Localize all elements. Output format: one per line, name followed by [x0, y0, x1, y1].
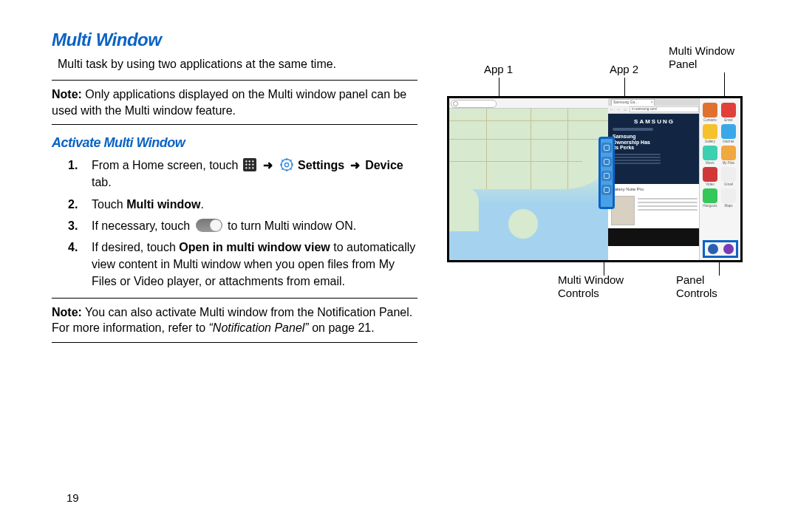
device-illustration: Samsung Ga…× ← → ⌂ m.samsung.com/ SAMSUN… [447, 96, 743, 262]
panel-controls [703, 240, 738, 258]
app-label: Internet [720, 140, 737, 143]
app-icon [703, 188, 717, 203]
app-icon [703, 103, 717, 117]
note-body: Only applications displayed on the Multi… [52, 88, 406, 117]
diagram-area: App 1 App 2 Multi WindowPanel Samsung Ga… [440, 30, 757, 347]
intro-text: Multi task by using two applications at … [58, 58, 417, 71]
app-icon [703, 146, 717, 160]
panel-app: Music [702, 146, 718, 165]
callout-app1: App 1 [484, 63, 513, 76]
app-icon [721, 167, 736, 182]
url-bar: m.samsung.com/ [630, 106, 699, 112]
panel-app: Video [702, 167, 718, 186]
mw-control-btn [601, 171, 612, 181]
callout-mw-panel: Multi WindowPanel [669, 44, 734, 71]
arrow-icon: ➜ [350, 159, 360, 171]
section-title: Multi Window [52, 30, 417, 50]
map-search [451, 100, 497, 108]
device-tab-label: Device [365, 159, 403, 171]
toggle-icon [196, 219, 222, 232]
mw-panel: ContactsEmailGalleryInternetMusicMy File… [699, 98, 740, 260]
back-icon: ← [610, 107, 614, 112]
close-icon: × [650, 100, 653, 105]
app-label: Maps [720, 204, 737, 208]
mw-control-btn [601, 143, 612, 153]
app-label: Contacts [702, 118, 718, 122]
app-label: Gallery [702, 140, 718, 143]
callout-app2: App 2 [610, 63, 638, 76]
note-label: Note: [52, 306, 82, 318]
app-label: Hangouts [702, 204, 718, 208]
panel-app: Gmail [720, 167, 737, 186]
callout-panel-controls: PanelControls [676, 273, 717, 300]
app-icon [721, 188, 736, 203]
note-block-1: Note: Only applications displayed on the… [52, 80, 417, 125]
mw-control-btn [601, 185, 612, 195]
settings-icon [280, 158, 293, 171]
forward-icon: → [616, 107, 621, 112]
app-icon [721, 124, 736, 139]
step-3: 3. If necessary, touch to turn Multi win… [52, 217, 417, 234]
page-number: 19 [66, 491, 79, 504]
panel-app: My Files [720, 146, 737, 165]
arrow-icon: ➜ [263, 159, 273, 171]
panel-app: Internet [720, 124, 737, 143]
apps-icon [243, 158, 256, 171]
step-1: 1. From a Home screen, touch ➜ Settings … [52, 157, 417, 191]
svg-point-1 [284, 163, 288, 167]
mw-controls [598, 137, 615, 209]
app2-browser: Samsung Ga…× ← → ⌂ m.samsung.com/ SAMSUN… [608, 98, 700, 260]
panel-app: Contacts [702, 103, 718, 122]
step-4: 4. If desired, touch Open in multi windo… [52, 239, 417, 290]
panel-app: Gallery [702, 124, 718, 143]
panel-app: Hangouts [702, 188, 718, 208]
panel-app: Email [720, 103, 737, 122]
card-title: Galaxy Note Pro [611, 187, 698, 191]
home-icon: ⌂ [623, 107, 627, 112]
app-icon [703, 124, 717, 139]
help-icon [723, 244, 734, 254]
app-label: Email [720, 118, 737, 122]
panel-app: Maps [720, 188, 737, 208]
edit-icon [708, 244, 718, 254]
app-label: Video [702, 183, 718, 186]
step-2: 2. Touch Multi window. [52, 196, 417, 213]
promo-banner [608, 228, 700, 246]
mw-control-btn [601, 157, 612, 167]
brand-logo: SAMSUNG [613, 118, 696, 125]
subsection-title: Activate Multi Window [52, 135, 417, 151]
app-icon [721, 146, 736, 160]
browser-tab: Samsung Ga…× [611, 99, 655, 106]
app-label: Gmail [720, 183, 737, 186]
note-label: Note: [52, 88, 82, 100]
app1-map [449, 98, 608, 260]
callout-mw-controls: Multi WindowControls [558, 273, 624, 300]
app-icon [703, 167, 717, 182]
cross-reference: “Notification Panel” [209, 321, 309, 334]
app-label: Music [702, 161, 718, 165]
app-label: My Files [720, 161, 737, 165]
app-icon [721, 103, 736, 117]
note-block-2: Note: You can also activate Multi window… [52, 298, 417, 343]
